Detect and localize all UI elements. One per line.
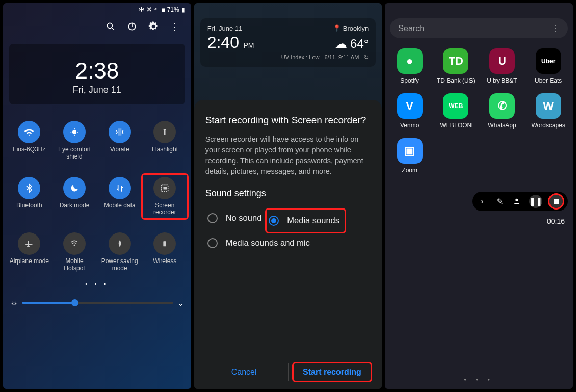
app-whatsapp[interactable]: ✆WhatsApp — [480, 93, 525, 129]
widget-temp: 64° — [350, 37, 369, 51]
pause-icon[interactable]: ❚❚ — [529, 195, 542, 208]
chevron-right-icon[interactable]: › — [477, 196, 487, 206]
radio-icon — [207, 213, 218, 223]
app-icon: Uber — [536, 48, 561, 74]
moon-icon — [63, 177, 86, 199]
status-bar: ✱ ✕ ᯤ ▅ 71% ▮ — [3, 3, 191, 16]
search-icon[interactable] — [106, 21, 116, 32]
qs-tile-label: Power saving mode — [100, 258, 140, 272]
qs-time: 2:38 — [14, 58, 180, 84]
qs-tile-label: Airplane mode — [10, 258, 49, 265]
data-icon — [109, 177, 131, 199]
widget-updated: 6/11, 9:11 AM — [324, 54, 359, 61]
qs-tile-label: Wireless — [153, 258, 176, 265]
qs-tile-vibrate[interactable]: Vibrate — [99, 121, 140, 153]
radio-option[interactable]: Media sounds and mic — [205, 233, 312, 253]
person-icon[interactable] — [512, 196, 522, 206]
svg-rect-10 — [164, 242, 166, 247]
qs-tile-label: Eye comfort shield — [55, 146, 94, 161]
brightness-slider[interactable] — [22, 302, 173, 304]
svg-point-0 — [107, 23, 112, 28]
qs-tile-label: Mobile Hotspot — [55, 258, 94, 272]
qs-tile-eye[interactable]: Eye comfort shield — [55, 121, 95, 161]
qs-tile-label: Flashlight — [152, 146, 178, 153]
chevron-down-icon[interactable]: ⌄ — [177, 298, 184, 308]
widget-ampm: PM — [243, 41, 254, 49]
app-label: Spotify — [400, 77, 419, 84]
radio-option[interactable]: Media sounds — [267, 211, 342, 231]
radio-list: No soundMedia soundsMedia sounds and mic — [205, 207, 371, 254]
qs-tile-battery[interactable]: Wireless — [145, 232, 185, 265]
cloud-icon: ☁ — [335, 37, 347, 51]
qs-tile-label: Dark mode — [60, 202, 90, 210]
qs-tile-label: Vibrate — [110, 146, 129, 153]
wifi-icon — [18, 121, 40, 143]
qs-tile-flashlight[interactable]: Flashlight — [145, 121, 185, 153]
dialog-title: Start recording with Screen recorder? — [205, 114, 371, 127]
qs-tile-record[interactable]: Screen recorder — [145, 177, 185, 217]
power-save-icon — [109, 232, 131, 255]
more-icon[interactable]: ⋮ — [552, 23, 560, 33]
app-venmo[interactable]: VVenmo — [387, 93, 432, 129]
svg-rect-8 — [164, 187, 167, 189]
qs-tile-moon[interactable]: Dark mode — [55, 177, 95, 210]
start-recording-button[interactable]: Start recording — [294, 363, 371, 381]
app-icon: WEB — [443, 93, 468, 119]
widget-location: Brooklyn — [343, 24, 369, 32]
flashlight-icon — [153, 121, 176, 143]
plane-icon — [18, 232, 40, 255]
app-icon: ● — [397, 48, 423, 74]
svg-point-12 — [515, 199, 518, 201]
screen-recorder-dialog: Fri, June 11 📍 Brooklyn 2:40 PM ☁ 64° UV… — [194, 3, 382, 389]
app-label: TD Bank (US) — [437, 77, 475, 84]
power-icon[interactable] — [127, 21, 137, 32]
app-spotify[interactable]: ●Spotify — [387, 48, 432, 84]
qs-tile-plane[interactable]: Airplane mode — [9, 232, 49, 265]
page-indicator: • • • — [3, 281, 191, 287]
search-placeholder: Search — [398, 24, 424, 33]
brightness-icon: ☼ — [10, 298, 18, 307]
qs-tile-label: Mobile data — [104, 202, 136, 210]
qs-tile-wifi[interactable]: Fios-6Q3Hz — [9, 121, 49, 153]
battery-icon: ▮ — [181, 6, 185, 13]
refresh-icon[interactable]: ↻ — [364, 54, 369, 61]
app-label: Zoom — [402, 167, 417, 174]
radio-option[interactable]: No sound — [205, 208, 264, 228]
qs-tile-hotspot[interactable]: Mobile Hotspot — [55, 232, 95, 272]
screen-app-drawer: Search ⋮ ●SpotifyTDTD Bank (US)UU by BB&… — [385, 3, 573, 389]
qs-tile-bluetooth[interactable]: Bluetooth — [9, 177, 49, 210]
qs-toolbar: ⋮ — [3, 16, 191, 33]
app-label: WhatsApp — [488, 122, 516, 129]
app-label: Uber Eats — [535, 77, 562, 84]
gear-icon[interactable] — [148, 21, 159, 32]
app-wordscapes[interactable]: WWordscapes — [526, 93, 571, 129]
cancel-button[interactable]: Cancel — [205, 363, 283, 381]
location-pin-icon: 📍 — [333, 24, 341, 32]
svg-point-9 — [73, 245, 75, 246]
more-icon[interactable]: ⋮ — [170, 21, 180, 32]
pencil-icon[interactable]: ✎ — [494, 196, 505, 206]
svg-rect-6 — [164, 130, 166, 135]
app-uber-eats[interactable]: UberUber Eats — [526, 48, 571, 84]
qs-tile-power-save[interactable]: Power saving mode — [99, 232, 140, 272]
weather-widget: Fri, June 11 📍 Brooklyn 2:40 PM ☁ 64° UV… — [200, 18, 376, 67]
stop-icon[interactable] — [549, 195, 563, 208]
widget-uv: UV Index : Low — [281, 54, 320, 61]
brightness-row: ☼ ⌄ — [3, 293, 191, 314]
search-box[interactable]: Search ⋮ — [390, 18, 568, 38]
app-icon: V — [397, 93, 423, 119]
qs-tile-data[interactable]: Mobile data — [99, 177, 140, 210]
radio-icon — [207, 238, 218, 248]
app-u-by-bb-t[interactable]: UU by BB&T — [480, 48, 525, 84]
app-webtoon[interactable]: WEBWEBTOON — [433, 93, 479, 129]
app-zoom[interactable]: ▣Zoom — [387, 138, 432, 174]
eye-icon — [63, 121, 86, 143]
recorder-toolbar[interactable]: › ✎ ❚❚ — [472, 192, 568, 211]
recorder-dialog: Start recording with Screen recorder? Sc… — [194, 100, 382, 389]
status-icons: ✱ ✕ ᯤ ▅ — [139, 6, 165, 13]
radio-label: Media sounds — [287, 216, 339, 225]
clock-panel: 2:38 Fri, June 11 — [9, 44, 185, 104]
battery-percent: 71% — [167, 6, 179, 13]
app-td-bank-us-[interactable]: TDTD Bank (US) — [433, 48, 479, 84]
app-label: Venmo — [400, 122, 419, 129]
